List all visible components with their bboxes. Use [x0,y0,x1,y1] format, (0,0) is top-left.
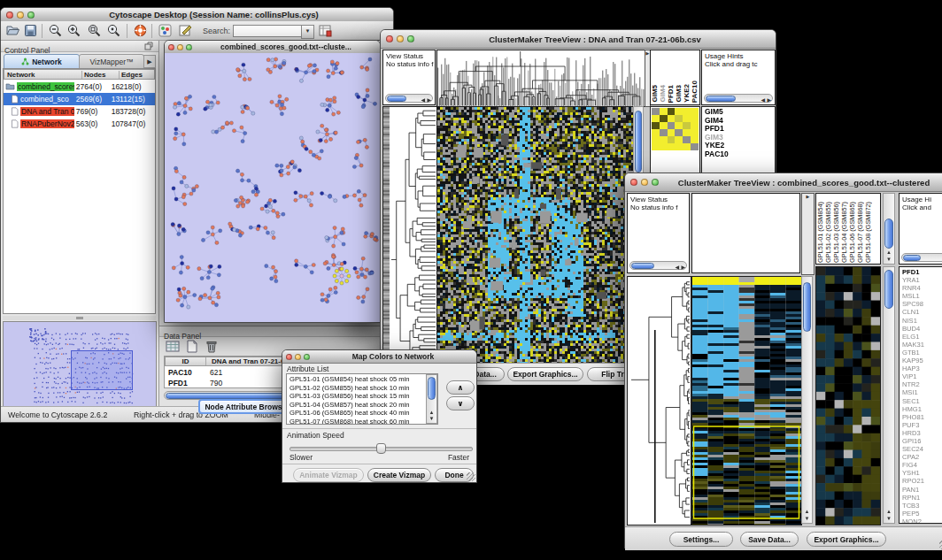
move-up-button[interactable]: ∧ [446,380,475,395]
scroll-right-icon[interactable]: ▶ [767,96,771,103]
new-attribute-icon[interactable] [185,340,199,353]
gene-label[interactable]: SPC98 [900,300,942,308]
gene-label[interactable]: RNR4 [900,284,942,292]
tab-network[interactable]: Network [4,54,80,69]
panel-splitter[interactable] [3,316,156,320]
zoom-icon[interactable] [186,44,192,50]
gene-label[interactable]: PUF3 [900,421,942,429]
zoom-cell[interactable] [652,143,660,150]
export-graphics-button[interactable]: Export Graphics... [807,532,886,547]
zoom-cell[interactable] [660,143,668,150]
gene-label[interactable]: PEP5 [900,510,942,518]
zoom-cell[interactable] [691,129,699,136]
animate-vizmap-button[interactable]: Animate Vizmap [293,468,364,482]
attribute-list-item[interactable]: GPL51-03 (GSM856) heat shock 15 min [287,392,425,401]
zoom-fit-icon[interactable] [87,23,102,38]
zoom-icon[interactable] [652,179,659,186]
tv2-hints-hscrollbar[interactable] [901,253,942,262]
open-file-icon[interactable] [5,23,20,38]
gene-label[interactable]: GPI16 [900,437,942,445]
network-table-header[interactable]: Network Nodes Edges [4,69,155,80]
network-view-titlebar[interactable]: combined_scores_good.txt--cluste... [165,41,380,54]
zoom-cell[interactable] [675,122,683,129]
tv1-column-label[interactable]: GIM4 [659,85,667,103]
gene-label[interactable]: CPA2 [900,453,942,461]
tv2-labels-vscrollbar[interactable]: ▲ ▼ [883,193,895,265]
gene-label[interactable]: HMG1 [900,405,942,413]
help-ring-icon[interactable] [133,23,148,38]
tv2-column-label[interactable]: GPL51-02 (GSM855) [824,202,832,263]
minimize-icon[interactable] [177,44,183,50]
zoom-cell[interactable] [652,115,660,122]
zoom-in-icon[interactable] [66,23,81,38]
network-graph-canvas[interactable] [165,53,380,322]
zoom-cell[interactable] [668,143,676,150]
scroll-up-icon[interactable]: ▲ [884,249,894,256]
scroll-up-icon[interactable]: ▲ [427,410,436,416]
gene-label[interactable]: MSL1 [900,292,942,300]
tv1-column-label[interactable]: GIM3 [675,85,683,103]
node-attribute-browser-button[interactable]: Node Attribute Brows [198,399,289,414]
dialog-titlebar[interactable]: Map Colors to Network [282,350,476,364]
gene-label[interactable]: KAP95 [900,357,942,364]
col-header-edges[interactable]: Edges [120,71,143,79]
gene-label[interactable]: PAC10 [702,150,775,159]
attribute-list-item[interactable]: GPL51-02 (GSM855) heat shock 10 min [287,384,425,393]
scroll-right-icon[interactable]: ▶ [681,264,685,270]
attribute-list-vscrollbar[interactable]: ▲ ▼ [426,374,437,424]
tv2-column-label[interactable]: GPL51-07 (GSM868) [856,202,864,263]
tv2-column-label[interactable]: GPL51-01 (GSM854) [816,202,824,263]
zoom-cell[interactable] [675,143,683,150]
zoom-cell[interactable] [668,129,676,136]
zoom-cell[interactable] [675,108,683,115]
birdseye-view[interactable] [3,321,157,409]
gene-label[interactable]: PAN1 [900,486,942,494]
zoom-cell[interactable] [652,129,660,136]
tv2-heatmap[interactable] [691,276,802,525]
attribute-list-item[interactable]: GPL51-01 (GSM854) heat shock 05 min [287,375,425,384]
zoom-out-icon[interactable] [48,23,63,38]
gene-label[interactable]: YSH1 [900,469,942,477]
network-table-row[interactable]: DNA and Tran 07769(0)183728(0) [4,105,155,118]
gene-label[interactable]: RPN1 [900,494,942,502]
gene-label[interactable]: YRA1 [900,276,942,284]
network-table-row[interactable]: combined_scores2764(0)16218(0) [4,81,155,93]
zoom-cell[interactable] [691,122,699,129]
close-icon[interactable] [630,179,637,186]
scroll-down-icon[interactable]: ▼ [884,516,894,522]
attribute-select-icon[interactable] [166,340,180,353]
scroll-up-icon[interactable]: ▲ [802,509,812,515]
gene-label[interactable]: CLN1 [900,308,942,316]
treeview1-titlebar[interactable]: ClusterMaker TreeView : DNA and Tran 07-… [381,30,776,49]
zoom-cell[interactable] [683,136,691,143]
gene-label[interactable]: SEC24 [900,445,942,453]
zoom-cell[interactable] [668,136,676,143]
col-header-nodes[interactable]: Nodes [82,71,120,79]
zoom-cell[interactable] [683,143,691,150]
save-icon[interactable] [23,23,38,38]
attribute-list-item[interactable]: GPL51-04 (GSM857) heat shock 20 min [287,401,425,410]
minimize-icon[interactable] [397,35,404,42]
zoom-cell[interactable] [691,143,699,150]
float-panel-icon[interactable] [144,42,153,50]
gene-label[interactable]: TCB3 [900,502,942,510]
close-icon[interactable] [168,44,174,50]
zoom-cell[interactable] [660,129,668,136]
create-vizmap-button[interactable]: Create Vizmap [367,468,431,482]
vscrollbar-thumb[interactable] [635,111,642,173]
vscrollbar-thumb[interactable] [803,282,811,332]
zoom-cell[interactable] [675,115,683,122]
zoom-icon[interactable] [407,35,414,42]
annotation-icon[interactable] [178,23,193,38]
gene-label[interactable]: NIS1 [900,317,942,325]
gene-label[interactable]: VIP1 [900,372,942,380]
attribute-list-item[interactable]: GPL51-06 (GSM865) heat shock 40 min [287,409,425,418]
scroll-down-icon[interactable]: ▼ [802,516,812,522]
tv1-status-hscrollbar[interactable]: ◀ ▶ [385,94,433,103]
zoom-cell[interactable] [668,115,676,122]
save-data-button[interactable]: Save Data... [740,532,799,547]
zoom-cell[interactable] [691,136,699,143]
attribute-list-item[interactable]: GPL51-07 (GSM868) heat shock 60 min [287,418,425,426]
scroll-right-icon[interactable]: ▶ [427,96,431,103]
gene-label[interactable]: PHO81 [900,413,942,421]
